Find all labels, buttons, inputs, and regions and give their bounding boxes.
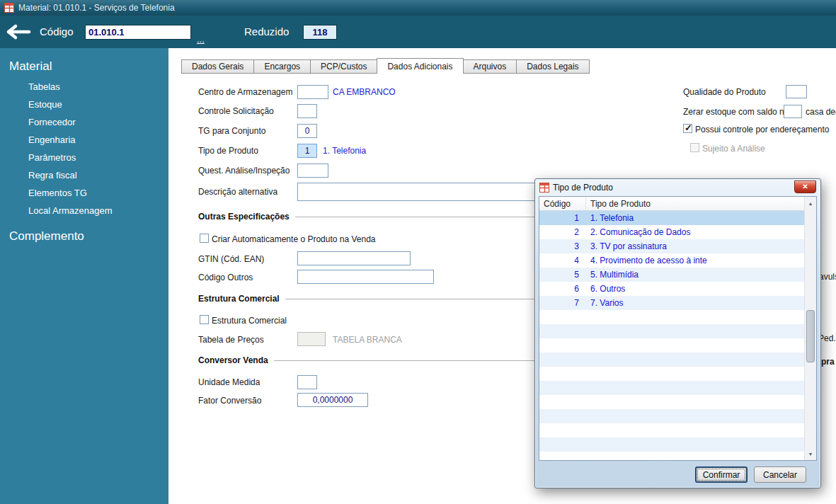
tab-arquivos[interactable]: Arquivos xyxy=(463,59,517,73)
fator-conversao-label: Fator Conversão xyxy=(198,396,261,406)
table-row-empty[interactable] xyxy=(539,310,804,324)
table-row-empty[interactable] xyxy=(539,423,804,437)
table-row-empty[interactable] xyxy=(539,452,804,460)
cancelar-button[interactable]: Cancelar xyxy=(754,466,806,483)
controle-solicitacao-input[interactable] xyxy=(297,104,317,118)
reduzido-input[interactable] xyxy=(303,25,337,40)
codigo-lookup-link[interactable]: ... xyxy=(197,34,205,45)
confirmar-button[interactable]: Confirmar xyxy=(695,466,748,483)
possui-controle-label[interactable]: Possui controle por endereçamento xyxy=(695,125,829,134)
quest-analise-input[interactable] xyxy=(297,164,328,178)
table-row-empty[interactable] xyxy=(539,338,804,353)
sidebar-heading-complemento[interactable]: Complemento xyxy=(0,219,168,248)
codigo-outros-input[interactable] xyxy=(297,270,434,284)
group-divider xyxy=(295,217,536,217)
group-divider xyxy=(274,360,536,361)
sidebar: Material TabelasEstoqueFornecedorEngenha… xyxy=(0,48,168,504)
centro-armazenagem-desc: CA EMBRANCO xyxy=(333,87,396,97)
scroll-up-glyph: ▲ xyxy=(808,201,813,206)
descricao-alternativa-input[interactable] xyxy=(297,183,536,201)
gtin-label: GTIN (Cód. EAN) xyxy=(198,254,264,264)
table-row-empty[interactable] xyxy=(539,395,804,409)
table-row-empty[interactable] xyxy=(539,437,804,452)
close-glyph: ✕ xyxy=(802,183,808,190)
table-row[interactable]: 44. Provimento de acesso à inte xyxy=(539,253,804,268)
scrollbar-thumb[interactable] xyxy=(806,310,815,362)
centro-armazenagem-label: Centro de Armazenagem xyxy=(198,87,292,97)
scrollbar[interactable]: ▲ ▼ xyxy=(804,197,816,460)
header-bar: Código ... Reduzido xyxy=(0,16,836,48)
fator-conversao-input[interactable] xyxy=(297,393,368,407)
sidebar-heading-material[interactable]: Material xyxy=(0,48,168,78)
table-row[interactable]: 66. Outros xyxy=(539,282,804,296)
qualidade-produto-input[interactable] xyxy=(786,85,807,98)
estrutura-comercial-group: Estrutura Comercial xyxy=(198,294,536,304)
criar-automaticamente-label[interactable]: Criar Automaticamente o Produto na Venda xyxy=(212,234,375,244)
clipped-text-fragment: pra xyxy=(821,357,835,367)
conversor-venda-group: Conversor Venda xyxy=(198,355,536,365)
outras-especificacoes-title: Outras Especificações xyxy=(198,212,290,222)
tipo-produto-input[interactable] xyxy=(297,144,317,158)
tab-pcp-custos[interactable]: PCP/Custos xyxy=(310,59,377,73)
centro-armazenagem-input[interactable] xyxy=(297,85,328,99)
close-icon[interactable]: ✕ xyxy=(794,181,816,193)
table-row[interactable]: 77. Varios xyxy=(539,296,804,310)
estrutura-comercial-label[interactable]: Estrutura Comercial xyxy=(212,316,287,326)
codigo-outros-label: Código Outros xyxy=(198,273,253,282)
app-icon xyxy=(4,3,14,13)
table-row-empty[interactable] xyxy=(539,353,804,367)
reduzido-label: Reduzido xyxy=(244,25,289,38)
tab-dados-legais[interactable]: Dados Legais xyxy=(516,59,589,73)
zerar-estoque-input[interactable] xyxy=(784,105,802,118)
codigo-input[interactable] xyxy=(85,25,191,40)
sidebar-item-par-metros[interactable]: Parâmetros xyxy=(0,149,168,166)
sidebar-item-estoque[interactable]: Estoque xyxy=(0,96,168,113)
tabela-precos-label: Tabela de Preços xyxy=(198,335,264,345)
sidebar-item-engenharia[interactable]: Engenharia xyxy=(0,131,168,149)
conversor-venda-title: Conversor Venda xyxy=(198,355,268,365)
list-header: Código Tipo de Produto xyxy=(539,197,804,211)
estrutura-comercial-title: Estrutura Comercial xyxy=(198,294,280,304)
possui-controle-checkbox[interactable] xyxy=(683,124,692,133)
estrutura-comercial-checkbox[interactable] xyxy=(200,315,209,324)
column-header-codigo[interactable]: Código xyxy=(539,197,586,210)
zerar-estoque-suffix: casa decim xyxy=(806,107,836,117)
table-row[interactable]: 22. Comunicação de Dados xyxy=(539,225,804,239)
sidebar-items: TabelasEstoqueFornecedorEngenhariaParâme… xyxy=(0,78,168,219)
sidebar-item-fornecedor[interactable]: Fornecedor xyxy=(0,113,168,131)
table-row[interactable]: 33. TV por assinatura xyxy=(539,239,804,253)
tipo-produto-label: Tipo de Produto xyxy=(198,146,258,156)
qualidade-produto-label: Qualidade do Produto xyxy=(683,87,766,97)
sujeito-analise-label: Sujeito à Análise xyxy=(702,144,765,154)
back-arrow-icon[interactable] xyxy=(6,23,31,40)
table-row-empty[interactable] xyxy=(539,409,804,423)
tab-dados-gerais[interactable]: Dados Gerais xyxy=(181,59,254,73)
gtin-input[interactable] xyxy=(297,251,411,265)
dialog-row-container: 11. Telefonia22. Comunicação de Dados33.… xyxy=(539,211,804,460)
sidebar-item-regra-fiscal[interactable]: Regra fiscal xyxy=(0,166,168,184)
dialog-buttons: Confirmar Cancelar xyxy=(695,466,806,483)
tab-encargos[interactable]: Encargos xyxy=(253,59,311,73)
clipped-text-fragment: avuls xyxy=(819,272,836,282)
tab-strip: Dados GeraisEncargosPCP/CustosDados Adic… xyxy=(181,58,590,74)
sidebar-item-tabelas[interactable]: Tabelas xyxy=(0,78,168,96)
tg-conjunto-input[interactable] xyxy=(297,124,317,138)
table-row-empty[interactable] xyxy=(539,367,804,381)
table-row[interactable]: 55. Multimídia xyxy=(539,268,804,282)
scroll-down-icon[interactable]: ▼ xyxy=(805,448,816,459)
unidade-medida-input[interactable] xyxy=(297,375,317,389)
sidebar-item-elementos-tg[interactable]: Elementos TG xyxy=(0,184,168,202)
table-row-empty[interactable] xyxy=(539,324,804,338)
column-header-tipo[interactable]: Tipo de Produto xyxy=(586,197,804,210)
tabela-precos-desc: TABELA BRANCA xyxy=(333,335,402,345)
scroll-down-glyph: ▼ xyxy=(808,452,813,457)
unidade-medida-label: Unidade Medida xyxy=(198,377,260,387)
sidebar-item-local-armazenagem[interactable]: Local Armazenagem xyxy=(0,202,168,219)
criar-automaticamente-checkbox[interactable] xyxy=(200,234,209,243)
dialog-titlebar[interactable]: Tipo de Produto ✕ xyxy=(535,179,820,196)
descricao-alternativa-label: Descrição alternativa xyxy=(198,187,277,197)
table-row[interactable]: 11. Telefonia xyxy=(539,211,804,225)
table-row-empty[interactable] xyxy=(539,381,804,395)
scroll-up-icon[interactable]: ▲ xyxy=(805,197,816,209)
tab-dados-adicionais[interactable]: Dados Adicionais xyxy=(377,58,463,74)
